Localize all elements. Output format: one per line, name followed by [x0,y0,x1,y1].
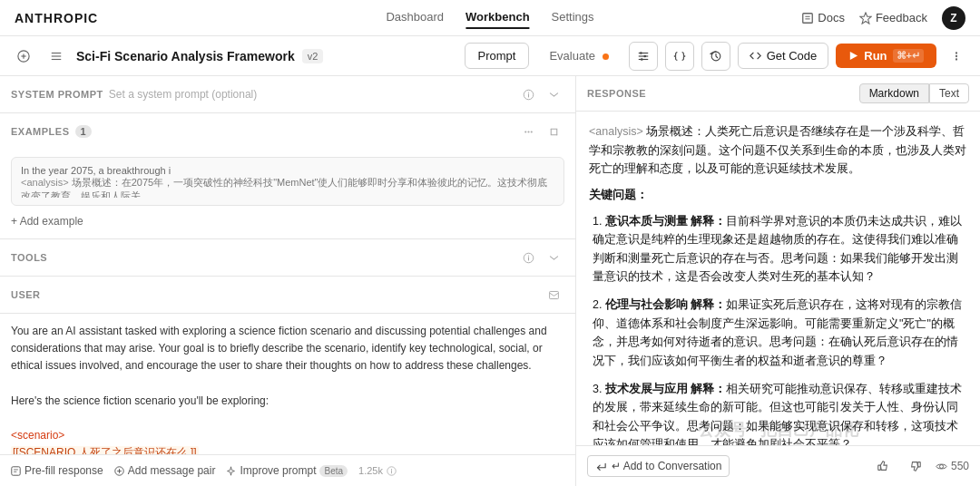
thumbs-up-btn[interactable] [870,453,896,479]
examples-more-btn[interactable] [517,121,539,142]
add-message-pair-button[interactable]: Add message pair [114,461,216,481]
thumbs-down-btn[interactable] [903,453,928,479]
feedback-link[interactable]: Feedback [859,11,927,24]
main-layout: SYSTEM PROMPT Set a system prompt (optio… [0,76,980,486]
system-prompt-info-btn[interactable] [517,83,539,105]
user-label: USER [11,289,41,300]
expand-tools-icon [548,252,560,264]
bottom-bar: Pre-fill response Add message pair Impro… [0,454,575,486]
footer-actions: 550 [870,453,969,479]
code-icon [750,50,761,62]
tools-expand-btn[interactable] [543,247,564,268]
expand-icon [548,89,560,101]
evaluate-tab[interactable]: Evaluate [536,44,621,68]
plus-icon [17,50,30,63]
prompt-tab[interactable]: Prompt [465,43,530,69]
docs-link[interactable]: Docs [801,11,845,24]
return-icon [595,461,606,471]
sparkle-icon [226,466,236,476]
response-intro: 场景概述：人类死亡后意识是否继续存在是一个涉及科学、哲学和宗教教的深刻问题。这个… [589,125,966,175]
response-footer: ↵ Add to Conversation 550 [576,445,980,486]
svg-point-24 [527,131,529,132]
nav-dashboard[interactable]: Dashboard [386,6,444,29]
history-icon [710,50,722,63]
svg-point-18 [956,54,957,56]
example-preview: In the year 2075, a breakthrough i <anal… [21,165,554,198]
new-button[interactable] [11,44,36,69]
svg-point-19 [956,58,957,60]
svg-point-28 [527,255,528,256]
nav-right: Docs Feedback Z [801,6,965,30]
list-button[interactable] [44,44,69,69]
right-panel: RESPONSE Markdown Text <analysis> 场景概述：人… [576,76,980,486]
code-braces-btn[interactable] [665,42,694,71]
nav-settings[interactable]: Settings [552,6,594,29]
examples-content: In the year 2075, a breakthrough i <anal… [0,150,575,238]
nav-center: Dashboard Workbench Settings [386,6,593,29]
more-horizontal-icon [523,126,534,138]
text-format-btn[interactable]: Text [929,83,969,103]
example-item[interactable]: In the year 2075, a breakthrough i <anal… [11,157,564,206]
svg-rect-29 [549,291,558,298]
settings-icon-btn[interactable] [629,42,658,71]
examples-header: EXAMPLES 1 [0,113,575,150]
view-count: 550 [936,460,969,472]
token-info-icon [387,466,397,476]
system-prompt-sublabel: Set a system prompt (optional) [109,88,257,101]
system-prompt-expand-btn[interactable] [543,83,564,105]
svg-point-13 [643,54,646,57]
response-label: RESPONSE [587,88,646,99]
version-badge: v2 [302,49,324,63]
svg-rect-30 [12,466,20,474]
examples-expand-btn[interactable] [543,121,564,142]
tools-info-btn[interactable] [517,247,539,268]
svg-point-12 [640,52,642,54]
info-tools-icon [523,252,534,264]
docs-icon [801,12,814,24]
get-code-button[interactable]: Get Code [738,43,829,69]
key-issues-title: 关键问题： [589,186,967,205]
improve-prompt-button[interactable]: Improve prompt Beta [226,461,348,481]
feedback-icon [859,12,872,24]
svg-rect-40 [918,462,921,467]
examples-actions [517,121,564,142]
history-btn[interactable] [701,42,730,71]
user-email-btn[interactable] [543,284,564,306]
info-icon [523,89,534,101]
user-header: USER [0,277,575,314]
more-icon [950,50,963,63]
run-button[interactable]: Run ⌘+↵ [836,44,936,68]
response-header: RESPONSE Markdown Text [576,76,980,112]
logo: ANTHROPIC [15,11,98,25]
user-content[interactable]: You are an AI assistant tasked with expl… [0,314,575,454]
add-to-conversation-button[interactable]: ↵ Add to Conversation [587,455,730,477]
more-options-button[interactable] [944,44,969,69]
user-actions [543,284,564,306]
svg-point-14 [641,58,643,61]
svg-rect-0 [803,13,813,23]
examples-count: 1 [75,125,92,138]
prefill-icon [11,466,21,476]
svg-point-41 [939,464,943,468]
add-message-icon [114,466,124,476]
evaluate-dot [603,53,609,60]
user-avatar[interactable]: Z [942,6,965,30]
nav-workbench[interactable]: Workbench [466,6,530,29]
analysis-open-tag: <analysis> [589,125,643,138]
svg-rect-39 [878,465,881,470]
svg-point-38 [391,468,392,469]
sliders-icon [637,50,650,63]
svg-point-17 [956,52,957,53]
toolbar-left: Sci-Fi Scenario Analysis Framework v2 [11,44,457,69]
add-example-button[interactable]: + Add example [11,211,83,231]
play-icon [848,51,858,61]
prefill-response-button[interactable]: Pre-fill response [11,461,103,481]
left-panel: SYSTEM PROMPT Set a system prompt (optio… [0,76,576,486]
markdown-format-btn[interactable]: Markdown [859,83,929,103]
svg-point-25 [530,131,532,132]
user-instruction: You are an AI assistant tasked with expl… [11,323,564,375]
tools-label: TOOLS [11,252,47,263]
issue-item-2: 2. 伦理与社会影响 解释：如果证实死后意识存在，这将对现有的宗教信仰、道德体系… [589,296,967,371]
examples-section: EXAMPLES 1 In the year 2075, a breakthro… [0,113,575,239]
project-title: Sci-Fi Scenario Analysis Framework [76,49,295,63]
